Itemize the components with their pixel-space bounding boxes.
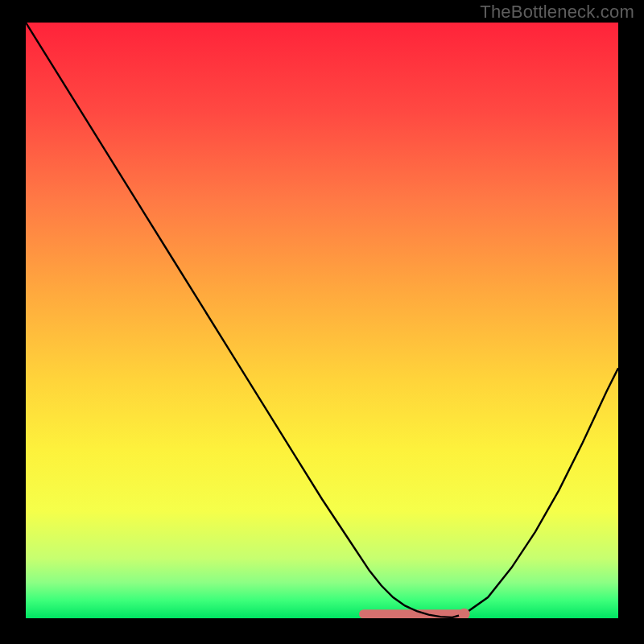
watermark-text: TheBottleneck.com xyxy=(480,2,634,23)
chart-frame: TheBottleneck.com xyxy=(0,0,644,644)
bottleneck-chart xyxy=(26,23,618,618)
gradient-background xyxy=(26,23,618,618)
